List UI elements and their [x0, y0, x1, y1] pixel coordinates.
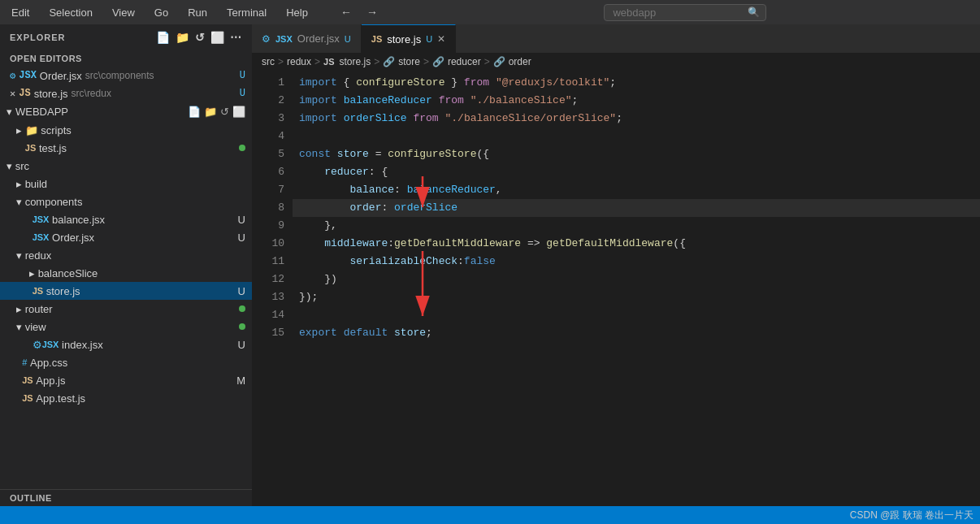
- jsx-icon-index: JSX: [42, 340, 59, 349]
- bc-storejs[interactable]: store.js: [340, 56, 371, 67]
- line-number-12: 12: [252, 271, 284, 288]
- bc-store-symbol-icon: 🔗: [383, 56, 395, 67]
- code-line-7: balance: balanceReducer,: [293, 181, 980, 199]
- bc-reducer[interactable]: reducer: [448, 56, 481, 67]
- code-line-13: });: [293, 288, 980, 306]
- line-numbers: 123456789101112131415: [252, 71, 293, 506]
- nav-buttons: ← →: [336, 4, 383, 20]
- token: [337, 94, 344, 106]
- tree-item-storejs[interactable]: JS store.js U: [0, 282, 252, 300]
- jsx-icon-order: JSX: [19, 70, 37, 81]
- token: from: [464, 76, 489, 89]
- statusbar: CSDN @跟 耿瑞 卷出一片天: [0, 506, 980, 524]
- tree-item-order-jsx[interactable]: JSX Order.jsx U: [0, 228, 252, 246]
- token: "./balanceSlice/orderSlice": [444, 112, 616, 124]
- tree-item-apptestjs[interactable]: JS App.test.js: [0, 389, 252, 407]
- project-folder[interactable]: ▾ WEBDAPP 📄 📁 ↺ ⬜: [0, 102, 252, 121]
- menu-go[interactable]: Go: [151, 5, 171, 20]
- menu-view[interactable]: View: [109, 5, 138, 20]
- token: from: [413, 112, 438, 124]
- gear-icon-tab: ⚙: [262, 33, 271, 45]
- tree-item-router[interactable]: ▸ router: [0, 300, 252, 318]
- tree-item-testjs[interactable]: JS test.js: [0, 139, 252, 157]
- router-label: router: [25, 303, 53, 315]
- bc-src[interactable]: src: [262, 56, 275, 67]
- menu-help[interactable]: Help: [283, 5, 311, 20]
- tree-item-components[interactable]: ▾ components: [0, 193, 252, 210]
- tree-item-balanceslice[interactable]: ▸ balanceSlice: [0, 264, 252, 282]
- line-number-14: 14: [252, 306, 284, 324]
- editor-area: ⚙ JSX Order.jsx U JS store.js U ✕ src > …: [252, 24, 980, 506]
- testjs-dot: [239, 145, 245, 151]
- view-label: view: [25, 321, 46, 333]
- line-number-4: 4: [252, 128, 284, 145]
- menu-terminal[interactable]: Terminal: [223, 5, 270, 20]
- token: middleware: [324, 237, 388, 249]
- nav-back-button[interactable]: ←: [336, 4, 357, 20]
- tree-item-view[interactable]: ▾ view: [0, 318, 252, 336]
- menu-edit[interactable]: Edit: [8, 5, 33, 20]
- new-folder-icon[interactable]: 📁: [176, 31, 190, 44]
- bc-store[interactable]: store: [398, 56, 420, 67]
- code-content[interactable]: import { configureStore } from "@reduxjs…: [293, 71, 980, 506]
- new-folder-tree-icon[interactable]: 📁: [204, 106, 217, 118]
- bc-order[interactable]: order: [509, 56, 531, 67]
- token: }: [444, 76, 463, 89]
- tree-item-scripts[interactable]: ▸ 📁 scripts: [0, 121, 252, 139]
- sep3: >: [374, 56, 379, 67]
- tree-item-build[interactable]: ▸ build: [0, 175, 252, 193]
- new-file-icon[interactable]: 📄: [156, 31, 171, 44]
- line-number-15: 15: [252, 324, 284, 342]
- token: },: [324, 219, 337, 232]
- bc-redux[interactable]: redux: [287, 56, 311, 67]
- collapse-tree-icon[interactable]: ⬜: [232, 106, 245, 118]
- token: const: [299, 148, 331, 160]
- token: [299, 237, 324, 249]
- close-icon[interactable]: ✕: [10, 88, 15, 100]
- new-file-tree-icon[interactable]: 📄: [188, 106, 201, 118]
- token: ;: [609, 76, 616, 89]
- tree-item-src[interactable]: ▾ src: [0, 157, 252, 175]
- refresh-icon[interactable]: ↺: [195, 31, 206, 44]
- token: =>: [521, 237, 546, 249]
- more-icon[interactable]: ⋯: [230, 31, 242, 44]
- collapse-icon[interactable]: ⬜: [210, 31, 225, 44]
- token: from: [439, 94, 464, 106]
- menu-selection[interactable]: Selection: [46, 5, 95, 20]
- tree-item-appjs[interactable]: JS App.js M: [0, 371, 252, 389]
- open-editor-order[interactable]: ⚙ JSX Order.jsx src\components U: [0, 67, 252, 84]
- token: balanceReducer: [407, 184, 496, 196]
- js-icon-app: JS: [22, 375, 33, 385]
- token: ({: [673, 237, 686, 249]
- tree-item-indexjsx[interactable]: ⚙ JSX index.jsx U: [0, 336, 252, 353]
- refresh-tree-icon[interactable]: ↺: [220, 106, 229, 118]
- chevron-down-icon-src: ▾: [7, 160, 12, 172]
- tree-item-appcss[interactable]: # App.css: [0, 353, 252, 371]
- token: :: [457, 255, 464, 267]
- nav-forward-button[interactable]: →: [362, 4, 383, 20]
- folder-icon: 📁: [25, 124, 38, 136]
- token: "./balanceSlice": [470, 94, 572, 106]
- order-filepath: src\components: [85, 70, 154, 81]
- tab-close-icon[interactable]: ✕: [437, 33, 445, 45]
- menu-run[interactable]: Run: [184, 5, 210, 20]
- token: reducer: [324, 166, 369, 178]
- open-editor-store[interactable]: ✕ JS store.js src\redux U: [0, 84, 252, 102]
- tab-store-badge: U: [426, 34, 432, 44]
- tab-order-jsx[interactable]: ⚙ JSX Order.jsx U: [252, 24, 362, 53]
- search-wrapper: 🔍: [604, 4, 766, 21]
- token: import: [299, 76, 337, 89]
- tree-item-redux[interactable]: ▾ redux: [0, 246, 252, 264]
- line-number-5: 5: [252, 145, 284, 163]
- tab-store-js[interactable]: JS store.js U ✕: [362, 24, 456, 53]
- tree-item-balance[interactable]: JSX balance.jsx U: [0, 210, 252, 228]
- search-input[interactable]: [604, 4, 766, 21]
- token: [489, 76, 496, 89]
- code-line-6: reducer: {: [293, 163, 980, 181]
- token: : {: [369, 166, 388, 178]
- code-line-15: export default store;: [293, 324, 980, 342]
- search-icon: 🔍: [748, 6, 760, 19]
- token: order: [349, 201, 381, 214]
- sidebar-header: Explorer 📄 📁 ↺ ⬜ ⋯: [0, 24, 252, 50]
- token: :: [394, 184, 407, 196]
